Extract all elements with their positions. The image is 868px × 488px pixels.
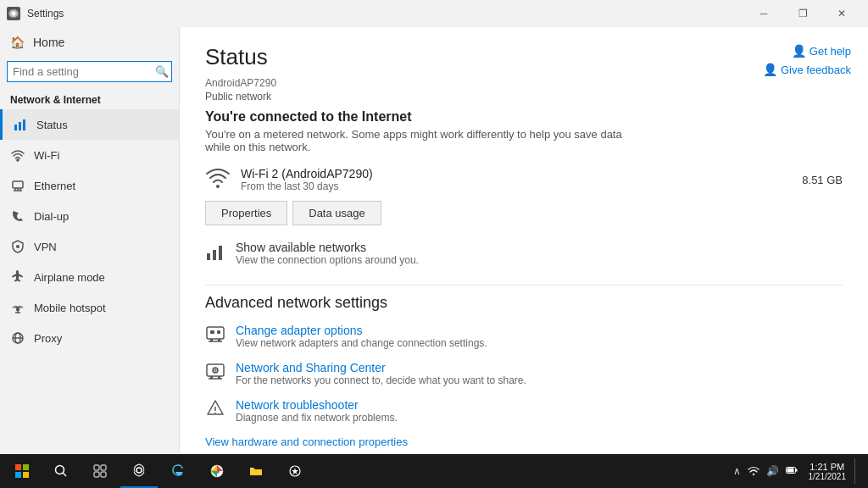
taskbar-up-arrow[interactable]: ∧	[731, 465, 743, 477]
proxy-icon	[10, 330, 25, 346]
status-icon	[13, 117, 28, 132]
minimize-button[interactable]: ─	[744, 0, 783, 27]
svg-rect-43	[101, 465, 106, 470]
folder-taskbar-btn[interactable]	[237, 454, 275, 488]
svg-rect-3	[23, 119, 25, 130]
data-usage-button[interactable]: Data usage	[292, 201, 381, 225]
sidebar-home-button[interactable]: 🏠 Home	[0, 27, 179, 58]
adv-item-sharing[interactable]: Network and Sharing Center For the netwo…	[205, 361, 843, 386]
get-help-link[interactable]: 👤 Get help	[792, 44, 851, 58]
properties-button[interactable]: Properties	[205, 201, 287, 225]
adv-sharing-title: Network and Sharing Center	[236, 361, 526, 374]
sidebar-item-vpn[interactable]: VPN	[0, 231, 179, 262]
taskbar-network-icon[interactable]	[745, 465, 762, 478]
svg-rect-21	[207, 327, 224, 339]
help-icon: 👤	[792, 44, 806, 58]
search-taskbar-button[interactable]	[42, 454, 80, 488]
task-view-button[interactable]	[81, 454, 119, 488]
adv-adapter-title: Change adapter options	[236, 324, 487, 337]
titlebar-left: Settings	[7, 7, 64, 20]
show-networks-text: Show available networks View the connect…	[236, 241, 419, 266]
svg-rect-49	[250, 469, 262, 475]
show-networks-title: Show available networks	[236, 241, 419, 254]
svg-rect-37	[23, 464, 29, 470]
svg-rect-36	[15, 464, 21, 470]
sidebar-label-wifi: Wi-Fi	[34, 149, 59, 162]
network-name-label: AndroidAP7290	[205, 77, 843, 89]
public-network-label: Public network	[205, 91, 843, 103]
start-button[interactable]	[3, 454, 41, 488]
give-feedback-link[interactable]: 👤 Give feedback	[763, 63, 851, 76]
sidebar-label-status: Status	[36, 119, 68, 131]
svg-rect-54	[787, 469, 793, 473]
svg-rect-19	[213, 250, 216, 260]
search-input[interactable]	[13, 65, 155, 78]
feedback-icon: 👤	[763, 63, 777, 76]
troubleshoot-icon	[205, 399, 225, 422]
svg-rect-18	[207, 253, 210, 260]
svg-rect-25	[210, 330, 214, 334]
sidebar-item-ethernet[interactable]: Ethernet	[0, 170, 179, 201]
view-hardware-link[interactable]: View hardware and connection properties	[205, 435, 843, 448]
svg-point-11	[17, 308, 19, 311]
divider	[205, 285, 843, 286]
sidebar-label-hotspot: Mobile hotspot	[34, 302, 106, 314]
chrome-taskbar-btn[interactable]	[198, 454, 236, 488]
svg-rect-45	[101, 472, 106, 477]
search-box[interactable]: 🔍	[7, 61, 172, 82]
adv-sharing-sub: For the networks you connect to, decide …	[236, 374, 526, 386]
sidebar-item-hotspot[interactable]: Mobile hotspot	[0, 292, 179, 323]
svg-rect-20	[219, 246, 222, 260]
svg-rect-38	[15, 472, 21, 478]
adv-sharing-text: Network and Sharing Center For the netwo…	[236, 361, 526, 386]
sidebar-item-dialup[interactable]: Dial-up	[0, 201, 179, 231]
sidebar-item-airplane[interactable]: Airplane mode	[0, 262, 179, 292]
adv-adapter-text: Change adapter options View network adap…	[236, 324, 487, 349]
svg-rect-2	[19, 122, 21, 130]
svg-rect-44	[94, 472, 99, 477]
advanced-section-title: Advanced network settings	[205, 294, 843, 312]
adv-item-troubleshoot[interactable]: Network troubleshooter Diagnose and fix …	[205, 398, 843, 424]
svg-point-35	[214, 413, 216, 414]
sidebar: 🏠 Home 🔍 Network & Internet Status	[0, 27, 180, 454]
settings-app-icon	[7, 7, 20, 20]
sharing-icon	[205, 362, 225, 385]
header-links: 👤 Get help 👤 Give feedback	[763, 44, 851, 76]
sidebar-item-status[interactable]: Status	[0, 109, 179, 140]
app-container: 🏠 Home 🔍 Network & Internet Status	[0, 27, 868, 454]
close-button[interactable]: ✕	[822, 0, 861, 27]
show-networks-sub: View the connection options around you.	[236, 254, 419, 266]
wifi-sub: From the last 30 days	[241, 180, 792, 192]
taskbar-left	[3, 454, 314, 488]
taskbar-speaker-icon[interactable]: 🔊	[764, 465, 782, 477]
sidebar-label-vpn: VPN	[34, 241, 57, 253]
dialup-icon	[10, 208, 25, 224]
taskbar-clock[interactable]: 1:21 PM 1/21/2021	[802, 462, 854, 481]
svg-rect-1	[14, 125, 17, 130]
taskbar-battery-icon	[783, 465, 800, 477]
adv-troubleshoot-text: Network troubleshooter Diagnose and fix …	[236, 398, 398, 424]
sidebar-item-proxy[interactable]: Proxy	[0, 323, 179, 353]
taskbar: ∧ 🔊 1:21 PM 1/21/2021	[0, 454, 868, 488]
adv-troubleshoot-sub: Diagnose and fix network problems.	[236, 412, 398, 424]
time-display: 1:21 PM	[810, 462, 844, 472]
svg-point-51	[752, 473, 754, 474]
sidebar-label-dialup: Dial-up	[34, 210, 69, 223]
connected-sub: You're on a metered network. Some apps m…	[205, 128, 629, 153]
edge-taskbar-btn[interactable]	[159, 454, 197, 488]
show-networks-row[interactable]: Show available networks View the connect…	[205, 241, 843, 266]
connected-message: You're connected to the Internet	[205, 109, 843, 125]
settings-pin-btn[interactable]	[276, 454, 314, 488]
adv-item-adapter[interactable]: Change adapter options View network adap…	[205, 324, 843, 349]
adv-troubleshoot-title: Network troubleshooter	[236, 398, 398, 412]
airplane-icon	[10, 269, 25, 285]
page-title: Status	[205, 44, 843, 70]
show-desktop-button[interactable]	[854, 458, 861, 484]
hotspot-icon	[10, 300, 25, 315]
sidebar-item-wifi[interactable]: Wi-Fi	[0, 140, 179, 170]
svg-point-4	[17, 159, 19, 161]
show-networks-icon	[205, 241, 225, 266]
restore-button[interactable]: ❐	[783, 0, 822, 27]
settings-taskbar-app[interactable]	[120, 454, 158, 488]
home-icon: 🏠	[10, 36, 25, 49]
